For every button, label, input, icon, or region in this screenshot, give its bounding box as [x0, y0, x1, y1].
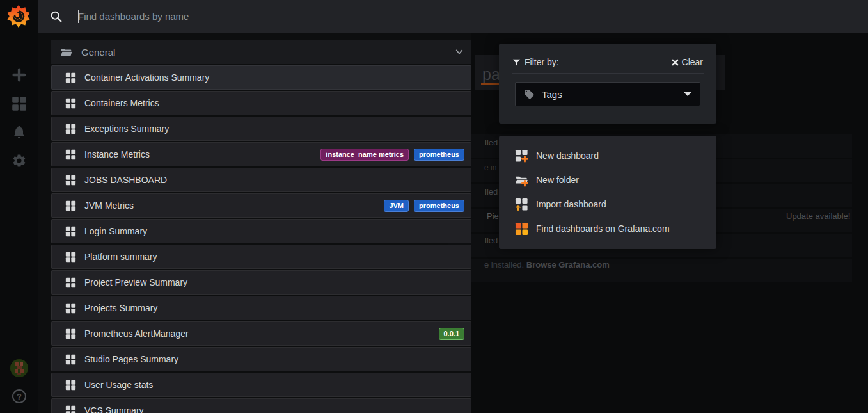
background-footer-fragment: e installed. Browse Grafana.com — [484, 260, 610, 270]
dashboard-icon — [65, 277, 76, 288]
new-folder-icon — [515, 174, 528, 187]
dashboard-title: Project Preview Summary — [84, 277, 187, 287]
text-caret — [78, 10, 79, 23]
dashboard-title: User Usage stats — [84, 380, 153, 390]
dashboard-list-item[interactable]: Project Preview Summary — [51, 270, 471, 295]
search-icon — [50, 10, 63, 23]
dashboard-icon — [65, 354, 76, 365]
dashboard-list-item[interactable]: Login Summary — [51, 219, 471, 243]
background-browse-link: Browse Grafana.com — [526, 260, 610, 270]
search-input[interactable] — [78, 11, 868, 22]
tag-icon — [524, 89, 535, 100]
filter-panel: Filter by: Clear Tags — [499, 44, 716, 124]
menu-item-label: Find dashboards on Grafana.com — [536, 223, 670, 234]
background-text-fragment: Pie — [487, 211, 499, 221]
dashboard-list-item[interactable]: Instance Metrics instance_name metrics p… — [51, 142, 471, 166]
dashboard-list-item[interactable]: JVM Metrics JVM prometheus — [51, 193, 471, 218]
folder-name: General — [81, 47, 115, 58]
background-text-fragment: lled — [485, 187, 498, 197]
plus-icon — [12, 67, 27, 83]
menu-item-new-dashboard[interactable]: New dashboard — [499, 143, 716, 168]
folder-open-icon — [60, 46, 72, 58]
menu-item-label: Import dashboard — [536, 199, 606, 209]
dashboard-icon — [65, 303, 76, 314]
background-installed-text: e installed. — [484, 260, 526, 270]
funnel-icon — [512, 58, 521, 67]
dashboards-button[interactable] — [12, 96, 27, 111]
avatar-image — [10, 359, 28, 377]
background-text-fragment: lled — [485, 138, 498, 147]
dashboard-icon — [65, 226, 76, 237]
filter-header: Filter by: Clear — [512, 57, 703, 67]
filter-title: Filter by: — [525, 57, 559, 67]
clear-filters-button[interactable]: Clear — [672, 57, 703, 67]
dashboard-list-item[interactable]: Platform summary — [51, 245, 471, 269]
sidebar — [0, 0, 38, 413]
dashboard-title: Instance Metrics — [84, 149, 150, 159]
dashboard-actions-menu: New dashboard New folder Import dashboar… — [499, 136, 716, 249]
dashboard-icon — [65, 380, 76, 391]
dashboard-title: Container Activations Summary — [84, 72, 209, 83]
background-update-badge: Update available! — [786, 211, 850, 221]
folder-section-header[interactable]: General — [51, 40, 471, 64]
new-dashboard-icon — [515, 149, 528, 163]
chevron-down-icon[interactable] — [455, 47, 464, 56]
dashboard-list-item[interactable]: User Usage stats — [51, 373, 471, 397]
background-text-fragment: e in — [484, 163, 496, 172]
dashboard-icon — [65, 149, 76, 160]
tags-select-value: Tags — [542, 89, 562, 100]
dashboard-list-item[interactable]: Projects Summary — [51, 296, 471, 320]
dashboard-icon — [65, 405, 76, 413]
tag-badge[interactable]: instance_name metrics — [320, 149, 409, 161]
menu-item-label: New folder — [536, 175, 579, 185]
dashboard-title: Containers Metrics — [84, 98, 159, 108]
dashboard-icon — [65, 200, 76, 211]
dashboard-title: VCS Summary — [84, 405, 144, 413]
user-avatar[interactable] — [10, 359, 28, 377]
grafana-logo-icon — [6, 3, 31, 30]
menu-item-import-dashboard[interactable]: Import dashboard — [499, 192, 716, 216]
import-dashboard-icon — [515, 198, 528, 211]
configuration-button[interactable] — [12, 153, 27, 168]
bell-icon — [12, 124, 27, 140]
tag-badge[interactable]: prometheus — [414, 149, 464, 161]
search-results-panel: General Container Activations Summary Co… — [51, 40, 471, 413]
dashboard-title: Exceptions Summary — [84, 124, 169, 134]
dashboard-list-item[interactable]: VCS Summary — [51, 398, 471, 413]
tags-filter-select[interactable]: Tags — [515, 82, 700, 106]
menu-item-find-dashboards-grafana-com[interactable]: Find dashboards on Grafana.com — [499, 216, 716, 241]
dashboard-icon — [65, 124, 76, 134]
dashboard-list-item[interactable]: Prometheus AlertManager 0.0.1 — [51, 321, 471, 346]
dashboard-list-item[interactable]: Exceptions Summary — [51, 117, 471, 141]
divider — [512, 73, 704, 74]
dashboard-icon — [65, 72, 76, 83]
dashboard-list-item[interactable]: JOBS DASHBOARD — [51, 168, 471, 192]
dashboard-title: JOBS DASHBOARD — [84, 175, 167, 185]
version-badge: 0.0.1 — [439, 328, 464, 340]
dashboard-icon — [65, 98, 76, 109]
menu-item-new-folder[interactable]: New folder — [499, 168, 716, 192]
dashboard-title: Platform summary — [84, 252, 157, 262]
dashboard-icon — [65, 252, 76, 263]
dashboard-list-item[interactable]: Studio Pages Summary — [51, 347, 471, 371]
close-icon — [672, 59, 679, 66]
grafana-com-icon — [515, 222, 528, 236]
menu-item-label: New dashboard — [536, 150, 599, 161]
tag-badge[interactable]: prometheus — [414, 200, 464, 212]
dashboards-grid-icon — [12, 96, 27, 111]
dashboard-icon — [65, 328, 76, 339]
create-button[interactable] — [12, 67, 27, 83]
dashboard-icon — [65, 175, 76, 186]
tag-badge[interactable]: JVM — [384, 200, 409, 212]
background-text-fragment: lled — [485, 236, 498, 245]
dashboard-title: JVM Metrics — [84, 200, 134, 211]
clear-label: Clear — [682, 57, 703, 67]
dashboard-list-item[interactable]: Containers Metrics — [51, 91, 471, 115]
dashboard-list-item[interactable]: Container Activations Summary — [51, 65, 471, 90]
dashboard-title: Login Summary — [84, 226, 147, 236]
help-button[interactable] — [12, 389, 26, 403]
dashboard-title: Prometheus AlertManager — [84, 328, 189, 339]
alerting-button[interactable] — [12, 124, 27, 140]
grafana-logo[interactable] — [6, 3, 31, 30]
dashboard-title: Studio Pages Summary — [84, 354, 178, 364]
